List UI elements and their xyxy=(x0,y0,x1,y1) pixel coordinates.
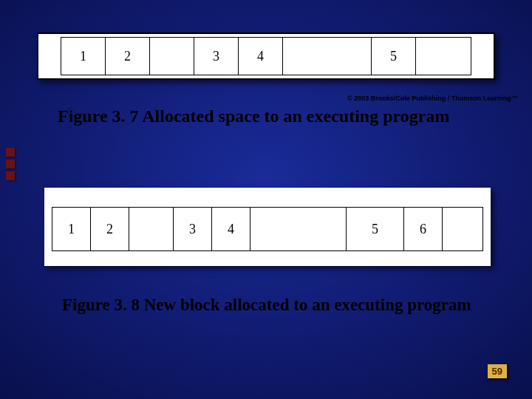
figure-3-7-caption: Figure 3. 7 Allocated space to an execut… xyxy=(58,106,449,126)
memory-block: 1 xyxy=(61,38,106,75)
memory-block: 3 xyxy=(174,208,212,250)
memory-block: 1 xyxy=(52,208,91,250)
slide: 12345 © 2003 Brooks/Cole Publishing / Th… xyxy=(0,0,532,399)
copyright-text: © 2003 Brooks/Cole Publishing / Thomson … xyxy=(347,95,518,102)
memory-block: 2 xyxy=(91,208,129,250)
decorative-sidebar xyxy=(6,148,15,251)
memory-block: 2 xyxy=(106,38,150,75)
page-number: 59 xyxy=(488,364,507,378)
blocks-row: 123456 xyxy=(52,207,483,251)
decorative-box xyxy=(6,160,15,168)
figure-3-8-caption: Figure 3. 8 New block allocated to an ex… xyxy=(62,296,471,315)
memory-gap xyxy=(150,38,194,75)
figure-3-7-label: Figure 3. 7 xyxy=(58,106,139,126)
memory-block: 4 xyxy=(239,38,283,75)
memory-gap xyxy=(250,208,347,250)
figure-3-8-caption-text: New block allocated to an executing prog… xyxy=(140,296,471,314)
memory-gap xyxy=(129,208,174,250)
figure-3-8-label: Figure 3. 8 xyxy=(62,296,140,314)
memory-block: 3 xyxy=(194,38,239,75)
blocks-row: 12345 xyxy=(61,37,471,75)
decorative-box xyxy=(6,171,15,180)
memory-block: 5 xyxy=(347,208,404,250)
memory-block: 6 xyxy=(404,208,443,250)
figure-3-7-diagram: 12345 xyxy=(37,33,495,80)
memory-block: 5 xyxy=(372,38,416,75)
memory-gap xyxy=(443,208,484,250)
memory-gap xyxy=(416,38,475,75)
figure-3-8-diagram: 123456 xyxy=(44,188,491,266)
figure-3-7-caption-text: Allocated space to an executing program xyxy=(139,106,450,126)
memory-gap xyxy=(283,38,372,75)
decorative-box xyxy=(6,148,15,157)
memory-block: 4 xyxy=(212,208,250,250)
